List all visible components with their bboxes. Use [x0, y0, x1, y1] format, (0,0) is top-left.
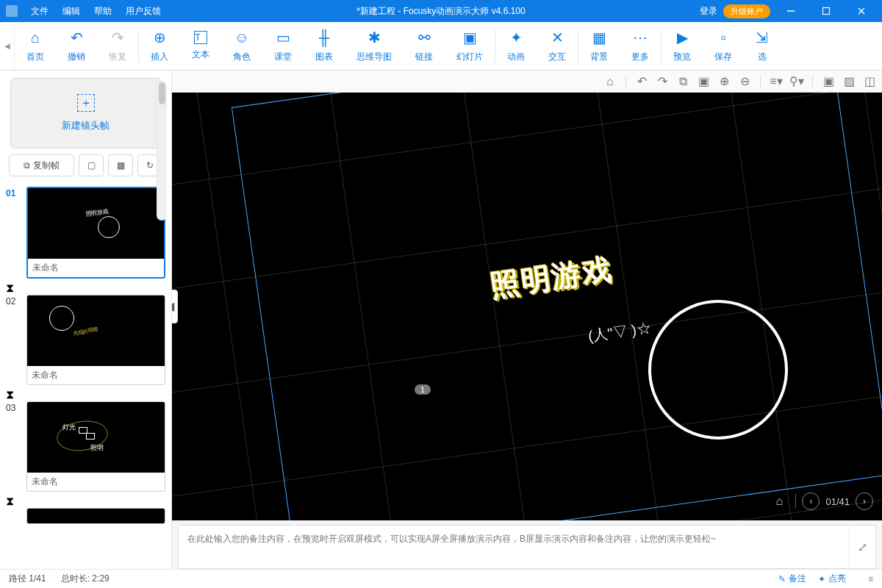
- paste-icon[interactable]: ▣: [695, 74, 711, 90]
- camera-icon[interactable]: ▣: [820, 74, 836, 90]
- text-tool[interactable]: T文本: [180, 22, 221, 70]
- status-note-button[interactable]: ✎ 备注: [778, 573, 806, 585]
- copy-icon: ⧉: [24, 160, 30, 171]
- thumbnail-04[interactable]: [6, 508, 165, 524]
- person-icon: ☺: [234, 29, 249, 46]
- link-tool[interactable]: ⚯链接: [404, 22, 445, 70]
- upgrade-button[interactable]: 升级账户: [723, 4, 770, 18]
- align-icon[interactable]: ≡▾: [768, 74, 784, 90]
- title-bar: 文件 编辑 帮助 用户反馈 *新建工程 - Focusky动画演示大师 v4.6…: [0, 0, 882, 22]
- notes-panel: ⤢: [178, 525, 876, 569]
- copy-frame-button[interactable]: ⧉复制帧: [9, 154, 74, 176]
- board-icon: ▭: [276, 29, 290, 46]
- mindmap-tool[interactable]: ✱思维导图: [345, 22, 404, 70]
- maximize-button[interactable]: [811, 1, 841, 21]
- canvas-area: ⌂ ↶ ↷ ⧉ ▣ ⊕ ⊖ ≡▾ ⚲▾ ▣ ▨ ◫ 照明游戏: [172, 71, 882, 569]
- refresh-icon: ↻: [146, 160, 154, 171]
- thumbnail-list[interactable]: 01 照明游戏未命名 ⧗ 02 光线的明暗未命名 ⧗ 03 灯光照明未命名 ⧗: [0, 184, 171, 569]
- plus-circle-icon: ⊕: [154, 29, 166, 46]
- camera-icon: ▢: [87, 160, 96, 171]
- canvas-nav-overlay: ⌂ ‹ 01/41 ›: [769, 491, 873, 512]
- login-link[interactable]: 登录: [700, 5, 717, 18]
- preview-tool[interactable]: ▶预览: [662, 22, 703, 70]
- close-button[interactable]: [847, 1, 876, 21]
- background-tool[interactable]: ▦背景: [578, 22, 620, 70]
- lock-icon[interactable]: ⚲▾: [789, 74, 805, 90]
- status-bar: 路径 1/41 总时长: 2:29 ✎ 备注 ✦ 点亮 ≡: [0, 569, 882, 588]
- save-tool[interactable]: ▫保存: [703, 22, 744, 70]
- menu-feedback[interactable]: 用户反馈: [120, 2, 167, 21]
- export-icon: ⇲: [756, 29, 768, 46]
- new-frame-button[interactable]: ＋ 新建镜头帧: [10, 78, 161, 148]
- status-menu-icon[interactable]: ≡: [868, 573, 873, 585]
- canvas-toolbar: ⌂ ↶ ↷ ⧉ ▣ ⊕ ⊖ ≡▾ ⚲▾ ▣ ▨ ◫: [172, 71, 882, 93]
- zoom-out-icon[interactable]: ⊖: [736, 74, 753, 90]
- qr-button[interactable]: ▩: [108, 154, 133, 176]
- svg-rect-1: [823, 8, 830, 15]
- main-toolbar: ◀ ⌂首页 ↶撤销 ↷恢复 ⊕插入 T文本 ☺角色 ▭课堂 ╫图表 ✱思维导图 …: [0, 22, 882, 71]
- thumbnail-02[interactable]: 02 光线的明暗未命名: [6, 295, 165, 385]
- menu-edit[interactable]: 编辑: [57, 2, 86, 21]
- nav-home-icon[interactable]: ⌂: [769, 491, 789, 512]
- undo-icon: ↶: [71, 29, 83, 46]
- redo-tool[interactable]: ↷恢复: [97, 22, 138, 70]
- interaction-tool[interactable]: ✕交互: [537, 22, 578, 70]
- thumbnail-01[interactable]: 01 照明游戏未命名: [6, 187, 165, 279]
- frames-sidebar: ＋ 新建镜头帧 ⧉复制帧 ▢ ▩ ↻ 01 照明游戏未命名 ⧗ 02 光线的明暗…: [0, 71, 172, 569]
- select-tool[interactable]: ⇲选: [744, 22, 780, 70]
- redo-icon: ↷: [112, 29, 124, 46]
- copy-icon[interactable]: ⧉: [675, 74, 691, 90]
- canvas-circle-shape[interactable]: [648, 300, 788, 440]
- status-like-button[interactable]: ✦ 点亮: [818, 573, 846, 585]
- transition-icon[interactable]: ⧗: [6, 495, 165, 508]
- panel-collapse-handle[interactable]: ◀: [172, 290, 178, 323]
- classroom-tool[interactable]: ▭课堂: [262, 22, 304, 70]
- menu-bar: 文件 编辑 帮助 用户反馈: [25, 2, 167, 21]
- sparkle-icon: ✦: [510, 29, 523, 46]
- menu-file[interactable]: 文件: [25, 2, 54, 21]
- more-tool[interactable]: ⋯更多: [620, 22, 661, 70]
- rotate-left-icon[interactable]: ↶: [634, 74, 650, 90]
- link-icon: ⚯: [418, 29, 431, 46]
- plus-icon: ＋: [77, 94, 95, 112]
- chart-icon: ╫: [319, 29, 329, 46]
- more-icon: ⋯: [633, 29, 648, 46]
- canvas-marker-badge[interactable]: 1: [415, 384, 431, 395]
- background-icon: ▦: [592, 29, 606, 46]
- undo-tool[interactable]: ↶撤销: [56, 22, 97, 70]
- notes-input[interactable]: [179, 526, 849, 568]
- collapse-toolbar-button[interactable]: ◀: [0, 22, 15, 70]
- home-tool[interactable]: ⌂首页: [15, 22, 56, 70]
- transition-icon[interactable]: ⧗: [6, 388, 165, 401]
- nav-next-button[interactable]: ›: [856, 492, 873, 510]
- play-icon: ▶: [677, 29, 688, 46]
- app-logo-icon: [6, 5, 18, 17]
- image-icon[interactable]: ▨: [841, 74, 857, 90]
- text-icon: T: [194, 31, 207, 44]
- home-icon: ⌂: [31, 29, 40, 46]
- menu-help[interactable]: 帮助: [88, 2, 118, 21]
- crop-icon[interactable]: ◫: [861, 74, 878, 90]
- frame-boundary: [232, 93, 882, 520]
- nav-prev-button[interactable]: ‹: [802, 492, 820, 510]
- interaction-icon: ✕: [551, 29, 564, 46]
- insert-tool[interactable]: ⊕插入: [139, 22, 180, 70]
- chart-tool[interactable]: ╫图表: [304, 22, 345, 70]
- sidebar-scrollbar[interactable]: [157, 81, 167, 220]
- thumbnail-03[interactable]: 03 灯光照明未命名: [6, 401, 165, 492]
- qr-icon: ▩: [117, 160, 125, 171]
- window-title: *新建工程 - Focusky动画演示大师 v4.6.100: [356, 5, 525, 18]
- camera-button[interactable]: ▢: [79, 154, 104, 176]
- status-duration: 总时长: 2:29: [61, 573, 110, 585]
- transition-icon[interactable]: ⧗: [6, 282, 165, 295]
- canvas[interactable]: 照明游戏 (人"▽ )☆ 1 ◀ ⌂ ‹ 01/41 ›: [172, 93, 882, 520]
- animation-tool[interactable]: ✦动画: [495, 22, 537, 70]
- slide-tool[interactable]: ▣幻灯片: [445, 22, 495, 70]
- character-tool[interactable]: ☺角色: [221, 22, 262, 70]
- minimize-button[interactable]: [776, 1, 806, 21]
- rotate-right-icon[interactable]: ↷: [654, 74, 670, 90]
- zoom-in-icon[interactable]: ⊕: [716, 74, 732, 90]
- mindmap-icon: ✱: [368, 29, 381, 46]
- home-view-icon[interactable]: ⌂: [602, 74, 618, 90]
- expand-notes-button[interactable]: ⤢: [849, 526, 875, 568]
